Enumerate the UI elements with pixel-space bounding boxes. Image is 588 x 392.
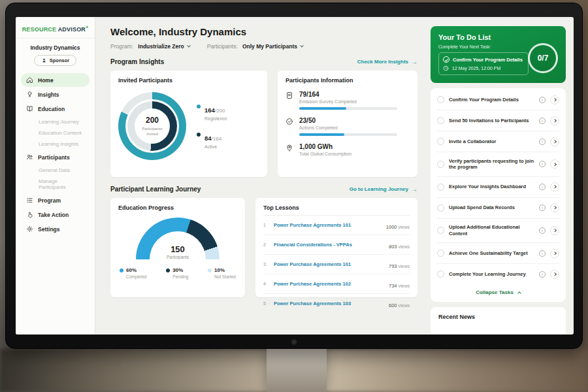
chevron-right-icon[interactable] (550, 203, 559, 212)
task-radio[interactable] (437, 138, 444, 145)
home-icon (26, 76, 33, 84)
task-label: Upload Spend Data Records (449, 204, 534, 211)
info-icon[interactable]: i (539, 250, 546, 257)
participants-information-card: Participants Information 79/164 Emission… (278, 71, 417, 177)
logo-resource: RESOURCE (22, 26, 57, 33)
task-row[interactable]: Upload Additional Educational Content i (437, 219, 559, 244)
sidebar-item-label: Manage Participants (39, 178, 66, 190)
task-row[interactable]: Upload Spend Data Records i (437, 198, 559, 219)
task-row[interactable]: Invite a Collaborator i (437, 131, 559, 152)
lesson-rank: 2 (263, 242, 269, 247)
sidebar-item-manage-participants[interactable]: Manage Participants (21, 176, 90, 193)
info-icon[interactable]: i (539, 97, 546, 103)
program-filter-label: Program: (110, 43, 133, 50)
todo-progress-ring: 0/7 (528, 43, 558, 73)
chevron-right-icon[interactable] (550, 249, 559, 258)
info-icon[interactable]: i (539, 118, 546, 124)
check-circle-icon (443, 56, 449, 63)
sidebar-item-take-action[interactable]: Take Action (21, 208, 90, 221)
task-radio[interactable] (437, 96, 444, 103)
task-row[interactable]: Confirm Your Program Details i (437, 90, 559, 110)
sidebar-item-education[interactable]: Education (21, 102, 90, 116)
legend-pct: 10% (214, 267, 225, 273)
lightbulb-icon (26, 91, 33, 98)
stat-value: 1,000 GWh (299, 143, 351, 150)
sponsor-badge-label: Sponsor (50, 57, 69, 63)
chevron-right-icon[interactable] (550, 270, 559, 279)
legend-not-started: 10% Not Started (208, 267, 236, 279)
chevron-right-icon[interactable] (550, 116, 559, 125)
donut-legend: 164/200 Registered 84/164 Active (197, 103, 227, 149)
task-row[interactable]: Complete Your Learning Journey i (437, 264, 559, 284)
lesson-row: 2 Financial Considerations - VPPAs 803vi… (263, 235, 410, 255)
sidebar-item-program[interactable]: Program (21, 193, 90, 207)
sidebar-item-settings[interactable]: Settings (21, 222, 90, 236)
info-icon[interactable]: i (539, 204, 546, 211)
chevron-right-icon[interactable] (550, 137, 559, 146)
sidebar-item-general-data[interactable]: General Data (21, 165, 90, 176)
sidebar-item-learning-insights[interactable]: Learning Insights (21, 139, 90, 150)
task-radio[interactable] (437, 117, 444, 124)
chevron-right-icon[interactable] (550, 226, 559, 235)
logo-plus: + (86, 25, 88, 29)
task-radio[interactable] (437, 204, 444, 212)
sidebar-item-participants[interactable]: Participants (21, 150, 90, 164)
task-radio[interactable] (437, 250, 444, 257)
collapse-tasks-link[interactable]: Collapse Tasks (437, 284, 559, 301)
recent-news-title: Recent News (438, 314, 558, 320)
chevron-down-icon (187, 44, 191, 48)
info-icon[interactable]: i (539, 184, 546, 190)
participants-filter-dropdown[interactable]: Only My Participants (242, 43, 303, 50)
task-row[interactable]: Send 50 Invitations to Participants i (437, 110, 559, 131)
chevron-right-icon[interactable] (550, 159, 559, 169)
lesson-link[interactable]: Power Purchase Agreements 101 (274, 261, 384, 267)
task-row[interactable]: Verify participants requesting to join t… (437, 152, 559, 177)
chevron-right-icon[interactable] (550, 95, 559, 105)
sidebar-item-home[interactable]: Home (21, 73, 90, 87)
sidebar-item-label: Insights (38, 91, 59, 98)
check-circle-icon (286, 118, 293, 125)
program-filter-dropdown[interactable]: Industrialize Zero (138, 43, 189, 50)
task-row[interactable]: Explore Your Insights Dashboard i (437, 177, 559, 198)
sidebar-item-insights[interactable]: Insights (21, 88, 90, 101)
sidebar-item-education-content[interactable]: Education Content (21, 127, 90, 139)
chevron-down-icon (300, 44, 304, 48)
lesson-link[interactable]: Financial Considerations - VPPAs (274, 242, 384, 248)
card-title: Education Progress (118, 204, 237, 211)
sidebar: RESOURCE ADVISOR+ Industry Dynamics Spon… (16, 17, 95, 335)
info-icon[interactable]: i (539, 139, 546, 145)
info-icon[interactable]: i (539, 227, 546, 234)
task-row[interactable]: Achieve One Sustainability Target i (437, 243, 559, 264)
invited-participants-card: Invited Participants 200 Participants In… (110, 71, 267, 177)
link-label: Go to Learning Journey (350, 186, 408, 192)
org-name: Industry Dynamics (16, 44, 95, 51)
task-radio[interactable] (437, 161, 444, 168)
lesson-link[interactable]: Power Purchase Agreements 102 (274, 281, 384, 287)
next-task-label: Confirm Your Program Details (453, 57, 523, 63)
book-icon (26, 105, 33, 112)
sidebar-item-label: Learning Journey (39, 119, 79, 125)
gear-icon (26, 225, 33, 233)
task-label: Send 50 Invitations to Participants (449, 118, 534, 124)
go-to-learning-journey-link[interactable]: Go to Learning Journey → (350, 186, 417, 193)
task-radio[interactable] (437, 184, 444, 191)
todo-tasks-card: Confirm Your Program Details i Send 50 I… (431, 88, 566, 302)
task-radio[interactable] (437, 227, 444, 234)
task-label: Confirm Your Program Details (449, 97, 534, 103)
legend-pending: 30% Pending (166, 267, 188, 279)
chevron-right-icon[interactable] (550, 182, 559, 191)
stat-label: Actions Completed (299, 125, 397, 130)
check-more-insights-link[interactable]: Check More Insights → (357, 58, 417, 65)
info-icon[interactable]: i (539, 161, 546, 167)
lesson-rank: 4 (263, 282, 269, 286)
main-content: Welcome, Industry Dynamics Program: Indu… (95, 17, 427, 335)
lesson-link[interactable]: Power Purchase Agreements 101 (274, 222, 381, 228)
program-filter: Program: Industrialize Zero (110, 43, 190, 50)
sidebar-item-learning-journey[interactable]: Learning Journey (21, 116, 90, 127)
sidebar-item-label: Education Content (39, 130, 82, 136)
task-radio[interactable] (437, 270, 444, 278)
info-icon[interactable]: i (539, 271, 546, 278)
filters-bar: Program: Industrialize Zero Participants… (110, 43, 417, 50)
lesson-link[interactable]: Power Purchase Agreements 103 (274, 301, 384, 306)
participants-filter-value: Only My Participants (242, 43, 297, 50)
